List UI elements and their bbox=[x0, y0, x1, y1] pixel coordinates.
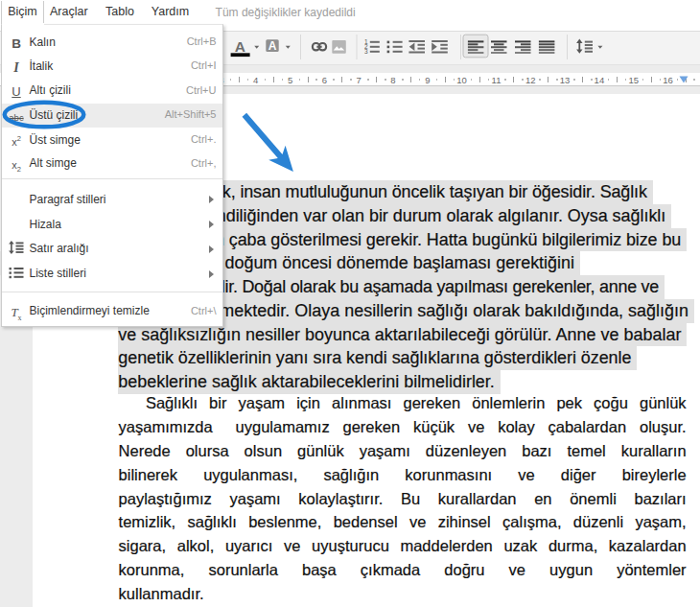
svg-text:A: A bbox=[235, 38, 245, 55]
svg-text:A: A bbox=[268, 39, 277, 53]
svg-text:3: 3 bbox=[364, 48, 368, 55]
